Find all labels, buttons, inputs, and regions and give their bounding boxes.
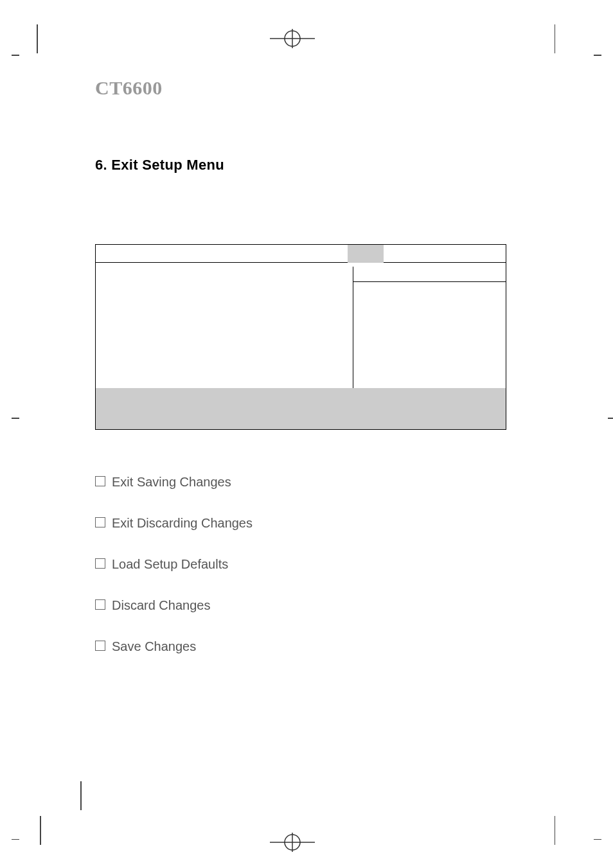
option-label: Discard Changes [112, 597, 210, 614]
options-list: Exit Saving Changes Exit Discarding Chan… [95, 474, 506, 655]
bios-tab-spacer [96, 245, 348, 262]
crop-mark [555, 24, 556, 53]
bios-left-pane [96, 263, 353, 388]
checkbox-icon [95, 599, 105, 610]
crop-mark [555, 816, 556, 845]
checkbox-icon [95, 476, 105, 486]
crop-mark [37, 24, 38, 53]
bios-footer [96, 388, 506, 429]
section-heading: 6. Exit Setup Menu [95, 157, 506, 173]
crop-mark [12, 839, 19, 840]
option-label: Exit Discarding Changes [112, 515, 253, 531]
registration-mark-icon [270, 26, 315, 51]
crop-mark [80, 781, 82, 810]
bios-right-header [353, 267, 506, 282]
crop-mark [594, 55, 601, 56]
crop-mark [594, 839, 601, 840]
checkbox-icon [95, 641, 105, 651]
list-item: Save Changes [95, 638, 506, 655]
option-label: Load Setup Defaults [112, 556, 228, 572]
crop-mark [608, 418, 613, 419]
checkbox-icon [95, 517, 105, 527]
registration-mark-icon [270, 829, 315, 855]
bios-setup-box [95, 244, 506, 430]
list-item: Exit Discarding Changes [95, 515, 506, 531]
bios-body [96, 263, 506, 388]
bios-right-body [353, 282, 506, 388]
bios-tab-active [348, 245, 384, 263]
bios-right-pane [353, 263, 506, 388]
crop-mark [12, 55, 19, 56]
checkbox-icon [95, 558, 105, 569]
model-name: CT6600 [95, 77, 506, 99]
option-label: Exit Saving Changes [112, 474, 231, 490]
page-content: CT6600 6. Exit Setup Menu Exit Saving Ch… [95, 77, 506, 679]
list-item: Discard Changes [95, 597, 506, 614]
list-item: Exit Saving Changes [95, 474, 506, 490]
crop-mark [12, 418, 19, 419]
bios-tab-row [96, 245, 506, 263]
option-label: Save Changes [112, 638, 196, 655]
list-item: Load Setup Defaults [95, 556, 506, 572]
crop-mark [40, 816, 41, 845]
